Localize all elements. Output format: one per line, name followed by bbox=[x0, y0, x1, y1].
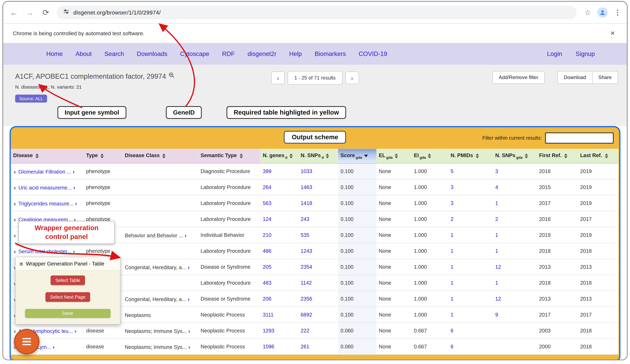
n-snps-link[interactable]: 1418 bbox=[301, 200, 312, 206]
n-genes-link[interactable]: 206 bbox=[263, 296, 272, 302]
next-page-button[interactable]: › bbox=[345, 71, 359, 84]
column-header-el[interactable]: ELgda bbox=[376, 149, 412, 163]
expand-chevron-icon[interactable]: ∨ bbox=[13, 329, 16, 334]
column-header-score[interactable]: Scoregda bbox=[338, 149, 376, 163]
nav-item-disgenet2r[interactable]: disgenet2r bbox=[248, 50, 276, 57]
n-pmids-link[interactable]: 1 bbox=[450, 232, 454, 238]
nav-item-home[interactable]: Home bbox=[46, 50, 63, 57]
nav-item-help[interactable]: Help bbox=[289, 50, 302, 57]
menu-kebab-icon[interactable]: ⋮ bbox=[614, 8, 621, 17]
column-header-n-genes[interactable]: N. genesd bbox=[260, 149, 298, 163]
n-pmids-link[interactable]: 1 bbox=[450, 280, 454, 286]
nav-item-search[interactable]: Search bbox=[104, 50, 124, 57]
share-button[interactable]: Share bbox=[592, 71, 618, 84]
nav-item-login[interactable]: Login bbox=[547, 50, 562, 57]
done-button[interactable]: Done bbox=[25, 309, 110, 318]
expand-chevron-icon[interactable]: ∨ bbox=[13, 233, 16, 238]
more-chevron-icon[interactable]: › bbox=[53, 344, 54, 350]
url-bar[interactable]: disgenet.org/browser/1/1/0/29974/ bbox=[56, 6, 576, 19]
n-snps-gda-link[interactable]: 1 bbox=[495, 200, 498, 206]
column-header-disease-class[interactable]: Disease Class bbox=[122, 149, 198, 163]
results-filter-input[interactable] bbox=[545, 132, 614, 144]
more-chevron-icon[interactable]: › bbox=[184, 232, 186, 238]
expand-chevron-icon[interactable]: ∨ bbox=[13, 185, 16, 190]
n-pmids-link[interactable]: 1 bbox=[450, 248, 454, 254]
sort-icon[interactable] bbox=[605, 153, 608, 158]
sort-icon[interactable] bbox=[564, 153, 568, 158]
disease-link[interactable]: Triglycerides measure... bbox=[18, 200, 74, 206]
nav-item-about[interactable]: About bbox=[76, 50, 92, 57]
n-genes-link[interactable]: 3111 bbox=[263, 312, 274, 318]
more-chevron-icon[interactable]: › bbox=[188, 328, 190, 334]
sort-icon[interactable] bbox=[476, 153, 480, 158]
n-snps-link[interactable]: 2356 bbox=[301, 296, 312, 302]
expand-chevron-icon[interactable]: ∨ bbox=[13, 169, 16, 174]
n-genes-link[interactable]: 264 bbox=[263, 184, 272, 190]
expand-chevron-icon[interactable]: ∨ bbox=[13, 217, 16, 222]
back-icon[interactable]: ← bbox=[9, 8, 19, 17]
n-snps-link[interactable]: 1243 bbox=[301, 248, 312, 254]
n-snps-link[interactable]: 1142 bbox=[301, 280, 312, 286]
nav-item-cytoscape[interactable]: Cytoscape bbox=[180, 50, 209, 57]
n-genes-link[interactable]: 483 bbox=[263, 280, 272, 286]
download-button[interactable]: Download bbox=[558, 71, 592, 84]
reload-icon[interactable]: ⟳ bbox=[41, 8, 51, 17]
column-header-n-snps-gda[interactable]: N. SNPsgda bbox=[493, 149, 537, 163]
source-badge[interactable]: Source: ALL bbox=[15, 95, 47, 103]
n-snps-gda-link[interactable]: 9 bbox=[495, 312, 498, 318]
bookmark-star-icon[interactable]: ☆ bbox=[584, 8, 591, 17]
n-snps-link[interactable]: 243 bbox=[301, 216, 309, 222]
select-next-page-button[interactable]: Select Next Page bbox=[45, 292, 90, 302]
column-header-n-snps[interactable]: N. SNPsd bbox=[298, 149, 338, 163]
more-chevron-icon[interactable]: › bbox=[73, 248, 75, 254]
n-pmids-link[interactable]: 5 bbox=[450, 168, 454, 174]
n-snps-gda-link[interactable]: 4 bbox=[495, 184, 498, 190]
disease-link[interactable]: Serum total cholester... bbox=[18, 248, 71, 254]
n-snps-gda-link[interactable]: 1 bbox=[495, 232, 498, 238]
close-icon[interactable]: × bbox=[610, 29, 617, 38]
n-genes-link[interactable]: 1293 bbox=[263, 328, 274, 334]
more-chevron-icon[interactable]: › bbox=[188, 296, 190, 302]
n-snps-link[interactable]: 535 bbox=[301, 232, 309, 238]
n-snps-link[interactable]: 1033 bbox=[301, 168, 312, 174]
n-snps-gda-link[interactable]: 2 bbox=[495, 216, 498, 222]
prev-page-button[interactable]: ‹ bbox=[271, 71, 285, 84]
drag-handle-icon[interactable]: ≡ bbox=[20, 260, 23, 267]
column-header-ei[interactable]: EIgda bbox=[412, 149, 448, 163]
n-snps-gda-link[interactable]: 12 bbox=[495, 264, 501, 270]
wrapper-panel-header[interactable]: ≡ Wrapper Generation Panel - Table bbox=[16, 257, 120, 271]
n-genes-link[interactable]: 563 bbox=[263, 200, 272, 206]
n-genes-link[interactable]: 486 bbox=[263, 248, 272, 254]
sort-icon[interactable] bbox=[101, 153, 104, 158]
n-pmids-link[interactable]: 3 bbox=[450, 200, 454, 206]
n-pmids-link[interactable]: 6 bbox=[450, 344, 454, 350]
sort-icon[interactable] bbox=[394, 153, 398, 158]
n-snps-link[interactable]: 261 bbox=[301, 344, 309, 350]
nav-item-biomarkers[interactable]: Biomarkers bbox=[315, 50, 346, 57]
n-snps-link[interactable]: 6892 bbox=[301, 312, 312, 318]
n-snps-link[interactable]: 2354 bbox=[301, 264, 312, 270]
more-chevron-icon[interactable]: › bbox=[73, 184, 75, 190]
sort-icon[interactable] bbox=[428, 153, 432, 158]
sort-icon[interactable] bbox=[162, 153, 166, 158]
floating-menu-button[interactable] bbox=[14, 329, 40, 355]
n-genes-link[interactable]: 1096 bbox=[263, 344, 274, 350]
sort-icon[interactable] bbox=[36, 153, 39, 158]
more-chevron-icon[interactable]: › bbox=[188, 264, 190, 270]
column-header-semantic-type[interactable]: Semantic Type bbox=[198, 149, 260, 163]
n-pmids-link[interactable]: 1 bbox=[450, 296, 454, 302]
n-genes-link[interactable]: 399 bbox=[263, 168, 272, 174]
column-header-n-pmids[interactable]: N. PMIDs bbox=[448, 149, 493, 163]
n-snps-link[interactable]: 222 bbox=[301, 328, 309, 334]
column-header-first-ref[interactable]: First Ref. bbox=[537, 149, 578, 163]
more-chevron-icon[interactable]: › bbox=[75, 200, 77, 206]
n-pmids-link[interactable]: 3 bbox=[450, 184, 454, 190]
n-genes-link[interactable]: 210 bbox=[263, 232, 272, 238]
sort-desc-icon[interactable] bbox=[364, 155, 368, 157]
column-header-last-ref[interactable]: Last Ref. bbox=[578, 149, 618, 163]
n-snps-gda-link[interactable]: 3 bbox=[495, 168, 498, 174]
column-header-type[interactable]: Type bbox=[84, 149, 122, 163]
sort-icon[interactable] bbox=[289, 153, 293, 158]
n-pmids-link[interactable]: 1 bbox=[450, 312, 454, 318]
sort-icon[interactable] bbox=[524, 153, 528, 158]
